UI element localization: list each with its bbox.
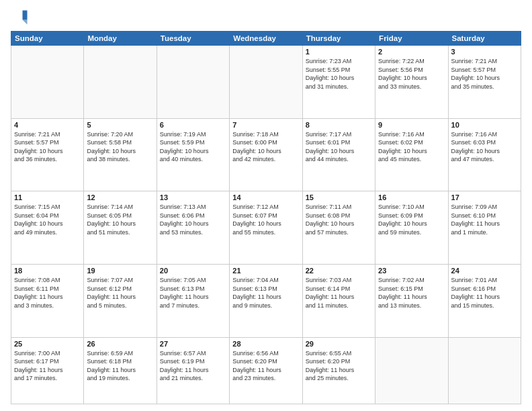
- day-info: Sunrise: 7:20 AM Sunset: 5:58 PM Dayligh…: [87, 130, 153, 164]
- day-info: Sunrise: 7:15 AM Sunset: 6:04 PM Dayligh…: [14, 203, 81, 236]
- day-info: Sunrise: 7:18 AM Sunset: 6:00 PM Dayligh…: [232, 130, 299, 164]
- day-info: Sunrise: 7:14 AM Sunset: 6:05 PM Dayligh…: [87, 203, 153, 236]
- column-header-thursday: Thursday: [302, 32, 375, 46]
- day-number: 1: [306, 48, 372, 56]
- calendar-cell: 23Sunrise: 7:02 AM Sunset: 6:15 PM Dayli…: [375, 264, 448, 337]
- day-info: Sunrise: 7:12 AM Sunset: 6:07 PM Dayligh…: [232, 203, 299, 236]
- day-info: Sunrise: 6:59 AM Sunset: 6:18 PM Dayligh…: [87, 349, 153, 383]
- day-info: Sunrise: 7:13 AM Sunset: 6:06 PM Dayligh…: [160, 203, 226, 236]
- calendar-cell: [230, 46, 302, 119]
- day-number: 25: [14, 340, 81, 348]
- calendar-cell: 15Sunrise: 7:11 AM Sunset: 6:08 PM Dayli…: [302, 191, 375, 265]
- calendar-cell: 8Sunrise: 7:17 AM Sunset: 6:01 PM Daylig…: [302, 118, 375, 191]
- calendar-cell: 9Sunrise: 7:16 AM Sunset: 6:02 PM Daylig…: [375, 118, 448, 191]
- day-number: 19: [87, 267, 153, 275]
- day-info: Sunrise: 7:11 AM Sunset: 6:08 PM Dayligh…: [306, 203, 372, 236]
- column-header-sunday: Sunday: [11, 32, 84, 46]
- day-info: Sunrise: 7:10 AM Sunset: 6:09 PM Dayligh…: [378, 203, 445, 236]
- day-number: 27: [160, 340, 226, 348]
- calendar-cell: 4Sunrise: 7:21 AM Sunset: 5:57 PM Daylig…: [11, 118, 84, 191]
- day-info: Sunrise: 7:02 AM Sunset: 6:15 PM Dayligh…: [378, 276, 445, 310]
- calendar-cell: 10Sunrise: 7:16 AM Sunset: 6:03 PM Dayli…: [448, 118, 521, 191]
- calendar-cell: 18Sunrise: 7:08 AM Sunset: 6:11 PM Dayli…: [11, 264, 84, 337]
- day-info: Sunrise: 7:08 AM Sunset: 6:11 PM Dayligh…: [14, 276, 81, 310]
- calendar-page: SundayMondayTuesdayWednesdayThursdayFrid…: [0, 0, 532, 411]
- column-header-saturday: Saturday: [448, 32, 521, 46]
- calendar-cell: [448, 337, 521, 404]
- day-info: Sunrise: 6:55 AM Sunset: 6:20 PM Dayligh…: [306, 349, 372, 383]
- calendar-cell: 22Sunrise: 7:03 AM Sunset: 6:14 PM Dayli…: [302, 264, 375, 337]
- day-info: Sunrise: 6:56 AM Sunset: 6:20 PM Dayligh…: [232, 349, 299, 383]
- calendar-cell: [375, 337, 448, 404]
- day-number: 16: [378, 193, 445, 201]
- day-number: 22: [306, 267, 372, 275]
- calendar-cell: 17Sunrise: 7:09 AM Sunset: 6:10 PM Dayli…: [448, 191, 521, 265]
- day-info: Sunrise: 7:17 AM Sunset: 6:01 PM Dayligh…: [306, 130, 372, 164]
- day-info: Sunrise: 7:00 AM Sunset: 6:17 PM Dayligh…: [14, 349, 81, 383]
- day-info: Sunrise: 7:19 AM Sunset: 5:59 PM Dayligh…: [160, 130, 226, 164]
- calendar-table: SundayMondayTuesdayWednesdayThursdayFrid…: [11, 31, 521, 404]
- day-info: Sunrise: 7:01 AM Sunset: 6:16 PM Dayligh…: [451, 276, 518, 310]
- day-number: 23: [378, 267, 445, 275]
- day-number: 3: [451, 48, 518, 56]
- day-number: 26: [87, 340, 153, 348]
- day-number: 15: [306, 193, 372, 201]
- day-number: 24: [451, 267, 518, 275]
- header: [11, 8, 521, 27]
- day-info: Sunrise: 7:16 AM Sunset: 6:03 PM Dayligh…: [451, 130, 518, 164]
- calendar-cell: 27Sunrise: 6:57 AM Sunset: 6:19 PM Dayli…: [157, 337, 229, 404]
- svg-marker-0: [23, 11, 28, 20]
- column-header-monday: Monday: [84, 32, 157, 46]
- day-number: 29: [306, 340, 372, 348]
- calendar-cell: 21Sunrise: 7:04 AM Sunset: 6:13 PM Dayli…: [230, 264, 302, 337]
- calendar-cell: 5Sunrise: 7:20 AM Sunset: 5:58 PM Daylig…: [84, 118, 157, 191]
- calendar-cell: 1Sunrise: 7:23 AM Sunset: 5:55 PM Daylig…: [302, 46, 375, 119]
- day-number: 5: [87, 121, 153, 129]
- day-number: 2: [378, 48, 445, 56]
- day-number: 18: [14, 267, 81, 275]
- calendar-cell: 12Sunrise: 7:14 AM Sunset: 6:05 PM Dayli…: [84, 191, 157, 265]
- calendar-cell: 26Sunrise: 6:59 AM Sunset: 6:18 PM Dayli…: [84, 337, 157, 404]
- day-number: 11: [14, 193, 81, 201]
- svg-marker-1: [23, 20, 28, 25]
- calendar-cell: 2Sunrise: 7:22 AM Sunset: 5:56 PM Daylig…: [375, 46, 448, 119]
- calendar-cell: 28Sunrise: 6:56 AM Sunset: 6:20 PM Dayli…: [230, 337, 302, 404]
- calendar-cell: [84, 46, 157, 119]
- day-number: 12: [87, 193, 153, 201]
- calendar-cell: 3Sunrise: 7:21 AM Sunset: 5:57 PM Daylig…: [448, 46, 521, 119]
- calendar-cell: 7Sunrise: 7:18 AM Sunset: 6:00 PM Daylig…: [230, 118, 302, 191]
- column-header-tuesday: Tuesday: [157, 32, 229, 46]
- day-info: Sunrise: 7:03 AM Sunset: 6:14 PM Dayligh…: [306, 276, 372, 310]
- calendar-cell: 14Sunrise: 7:12 AM Sunset: 6:07 PM Dayli…: [230, 191, 302, 265]
- logo: [11, 8, 32, 27]
- day-number: 13: [160, 193, 226, 201]
- day-number: 7: [232, 121, 299, 129]
- calendar-cell: 13Sunrise: 7:13 AM Sunset: 6:06 PM Dayli…: [157, 191, 229, 265]
- calendar-cell: [11, 46, 84, 119]
- day-info: Sunrise: 7:07 AM Sunset: 6:12 PM Dayligh…: [87, 276, 153, 310]
- column-header-friday: Friday: [375, 32, 448, 46]
- day-info: Sunrise: 7:04 AM Sunset: 6:13 PM Dayligh…: [232, 276, 299, 310]
- calendar-cell: 25Sunrise: 7:00 AM Sunset: 6:17 PM Dayli…: [11, 337, 84, 404]
- calendar-cell: 6Sunrise: 7:19 AM Sunset: 5:59 PM Daylig…: [157, 118, 229, 191]
- logo-icon: [11, 8, 30, 27]
- day-info: Sunrise: 7:05 AM Sunset: 6:13 PM Dayligh…: [160, 276, 226, 310]
- day-info: Sunrise: 7:09 AM Sunset: 6:10 PM Dayligh…: [451, 203, 518, 236]
- day-info: Sunrise: 6:57 AM Sunset: 6:19 PM Dayligh…: [160, 349, 226, 383]
- calendar-cell: 19Sunrise: 7:07 AM Sunset: 6:12 PM Dayli…: [84, 264, 157, 337]
- day-info: Sunrise: 7:23 AM Sunset: 5:55 PM Dayligh…: [306, 57, 372, 91]
- day-info: Sunrise: 7:21 AM Sunset: 5:57 PM Dayligh…: [14, 130, 81, 164]
- column-header-wednesday: Wednesday: [230, 32, 302, 46]
- day-number: 9: [378, 121, 445, 129]
- day-number: 10: [451, 121, 518, 129]
- calendar-cell: 24Sunrise: 7:01 AM Sunset: 6:16 PM Dayli…: [448, 264, 521, 337]
- day-number: 8: [306, 121, 372, 129]
- calendar-cell: [157, 46, 229, 119]
- day-number: 6: [160, 121, 226, 129]
- day-number: 21: [232, 267, 299, 275]
- day-number: 20: [160, 267, 226, 275]
- calendar-cell: 20Sunrise: 7:05 AM Sunset: 6:13 PM Dayli…: [157, 264, 229, 337]
- day-info: Sunrise: 7:22 AM Sunset: 5:56 PM Dayligh…: [378, 57, 445, 91]
- day-info: Sunrise: 7:21 AM Sunset: 5:57 PM Dayligh…: [451, 57, 518, 91]
- day-number: 17: [451, 193, 518, 201]
